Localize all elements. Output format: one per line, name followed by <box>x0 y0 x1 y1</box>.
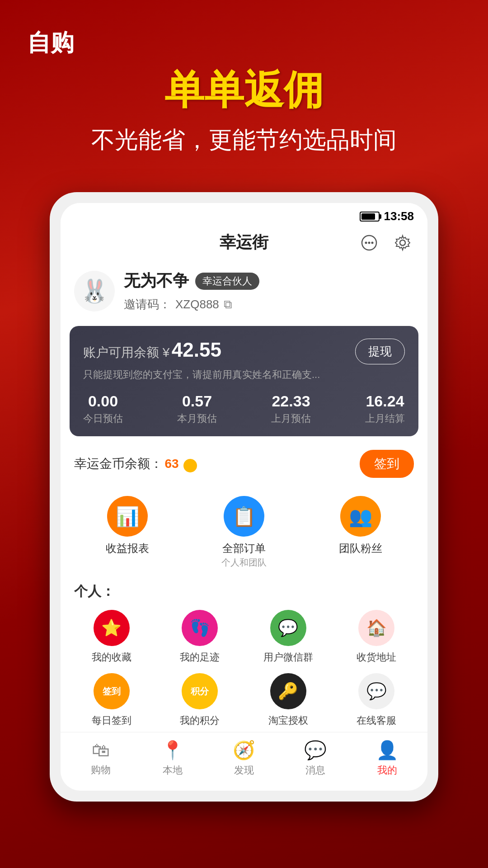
nav-mine[interactable]: 👤 我的 <box>352 740 423 777</box>
copy-icon[interactable]: ⧉ <box>224 297 232 311</box>
svg-point-1 <box>365 241 367 244</box>
stat-last-month-label: 上月预估 <box>271 412 311 425</box>
stat-last-settle-value: 16.24 <box>365 392 405 410</box>
grid-item-wechat-group[interactable]: 💬 用户微信群 <box>246 610 330 664</box>
user-info: 无为不争 幸运合伙人 邀请码： XZQ888 ⧉ <box>124 270 414 312</box>
stat-last-month: 22.33 上月预估 <box>271 392 311 425</box>
gold-row: 幸运金币余额： 63 签到 <box>61 441 427 487</box>
stat-month-value: 0.57 <box>177 392 217 410</box>
stat-today-value: 0.00 <box>83 392 123 410</box>
footprint-icon: 👣 <box>182 610 218 646</box>
wechat-group-icon: 💬 <box>270 610 306 646</box>
messages-nav-icon: 💬 <box>304 740 327 761</box>
user-section: 🐰 无为不争 幸运合伙人 邀请码： XZQ888 ⧉ <box>61 261 427 321</box>
income-report-label: 收益报表 <box>106 541 149 556</box>
header-icons <box>358 231 414 254</box>
user-name-row: 无为不争 幸运合伙人 <box>124 270 414 292</box>
status-bar: 13:58 <box>61 203 427 227</box>
balance-top: 账户可用余额 ¥ 42.55 提现 <box>83 339 405 364</box>
team-fans-label: 团队粉丝 <box>339 541 382 556</box>
partner-badge: 幸运合伙人 <box>195 273 259 290</box>
address-icon: 🏠 <box>358 610 394 646</box>
online-service-label: 在线客服 <box>357 714 396 727</box>
gold-label: 幸运金币余额： <box>74 457 163 471</box>
subheadline: 不光能省，更能节约选品时间 <box>27 124 461 156</box>
local-nav-icon: 📍 <box>161 740 184 761</box>
stat-last-settle: 16.24 上月结算 <box>365 392 405 425</box>
invite-code-value: XZQ888 <box>175 297 219 311</box>
message-icon-btn[interactable] <box>358 231 380 254</box>
headline: 单单返佣 <box>27 63 461 117</box>
discover-nav-icon: 🧭 <box>233 740 255 761</box>
grid-item-online-service[interactable]: 💬 在线客服 <box>335 673 419 727</box>
app-header: 幸运街 <box>61 227 427 261</box>
withdraw-button[interactable]: 提现 <box>355 339 405 364</box>
mine-nav-icon: 👤 <box>376 740 399 761</box>
gear-icon <box>394 234 412 252</box>
all-orders-icon: 📋 <box>224 496 264 537</box>
stat-month: 0.57 本月预估 <box>177 392 217 425</box>
invite-code-row: 邀请码： XZQ888 ⧉ <box>124 297 414 312</box>
gold-coin-icon <box>183 459 197 472</box>
svg-point-4 <box>400 240 405 245</box>
grid-item-collection[interactable]: ⭐ 我的收藏 <box>70 610 154 664</box>
chat-icon <box>360 234 378 252</box>
daily-sign-label: 每日签到 <box>92 714 131 727</box>
grid-item-daily-sign[interactable]: 签到 每日签到 <box>70 673 154 727</box>
phone-frame: 13:58 幸运街 <box>50 192 438 802</box>
shop-nav-label: 购物 <box>91 763 111 777</box>
invite-label: 邀请码： <box>124 297 171 312</box>
grid-item-footprint[interactable]: 👣 我的足迹 <box>158 610 242 664</box>
all-orders-label: 全部订单 <box>222 541 266 556</box>
sign-button[interactable]: 签到 <box>360 450 414 478</box>
balance-desc: 只能提现到您的支付宝，请提前用真实姓名和正确支... <box>83 368 405 382</box>
all-orders-sublabel: 个人和团队 <box>221 557 267 569</box>
gold-info: 幸运金币余额： 63 <box>74 455 197 473</box>
app-title: 幸运街 <box>220 231 268 254</box>
quick-menu: 📊 收益报表 📋 全部订单 个人和团队 👥 团队粉丝 <box>61 487 427 573</box>
quick-menu-income-report[interactable]: 📊 收益报表 <box>106 496 149 569</box>
avatar: 🐰 <box>74 271 115 311</box>
mine-nav-label: 我的 <box>377 764 397 777</box>
income-report-icon: 📊 <box>107 496 148 537</box>
self-buy-label: 自购 <box>27 27 461 59</box>
shop-nav-icon: 🛍 <box>92 740 110 760</box>
personal-section-header: 个人： <box>61 573 427 605</box>
stat-month-label: 本月预估 <box>177 412 217 425</box>
team-fans-icon: 👥 <box>340 496 381 537</box>
discover-nav-label: 发现 <box>234 764 254 777</box>
balance-label-amount: 账户可用余额 ¥ 42.55 <box>83 339 221 361</box>
collection-label: 我的收藏 <box>92 651 131 664</box>
taobao-auth-label: 淘宝授权 <box>268 714 308 727</box>
local-nav-label: 本地 <box>163 764 183 777</box>
stat-today: 0.00 今日预估 <box>83 392 123 425</box>
balance-amount: 42.55 <box>172 339 221 361</box>
phone-inner: 13:58 幸运街 <box>61 203 427 791</box>
grid-item-address[interactable]: 🏠 收货地址 <box>335 610 419 664</box>
nav-shop[interactable]: 🛍 购物 <box>65 740 136 777</box>
battery-icon <box>360 212 380 222</box>
status-time: 13:58 <box>384 209 414 223</box>
settings-icon-btn[interactable] <box>391 231 414 254</box>
nav-messages[interactable]: 💬 消息 <box>280 740 351 777</box>
grid-item-points[interactable]: 积分 我的积分 <box>158 673 242 727</box>
quick-menu-team-fans[interactable]: 👥 团队粉丝 <box>339 496 382 569</box>
user-name: 无为不争 <box>124 270 189 292</box>
svg-point-3 <box>371 241 374 244</box>
svg-point-2 <box>368 241 371 244</box>
quick-menu-all-orders[interactable]: 📋 全部订单 个人和团队 <box>221 496 267 569</box>
balance-card: 账户可用余额 ¥ 42.55 提现 只能提现到您的支付宝，请提前用真实姓名和正确… <box>70 326 418 436</box>
nav-discover[interactable]: 🧭 发现 <box>208 740 280 777</box>
stat-last-settle-label: 上月结算 <box>365 412 405 425</box>
footprint-label: 我的足迹 <box>180 651 220 664</box>
grid-item-taobao-auth[interactable]: 🔑 淘宝授权 <box>246 673 330 727</box>
messages-nav-label: 消息 <box>305 764 325 777</box>
bottom-nav: 🛍 购物 📍 本地 🧭 发现 💬 消息 👤 我的 <box>61 732 427 786</box>
taobao-auth-icon: 🔑 <box>270 673 306 709</box>
personal-grid-menu: ⭐ 我的收藏 👣 我的足迹 💬 用户微信群 🏠 收货地址 签到 每日签 <box>61 605 427 732</box>
online-service-icon: 💬 <box>358 673 394 709</box>
nav-local[interactable]: 📍 本地 <box>136 740 208 777</box>
balance-info: 账户可用余额 ¥ 42.55 <box>83 339 221 361</box>
stat-last-month-value: 22.33 <box>271 392 311 410</box>
points-icon: 积分 <box>182 673 218 709</box>
